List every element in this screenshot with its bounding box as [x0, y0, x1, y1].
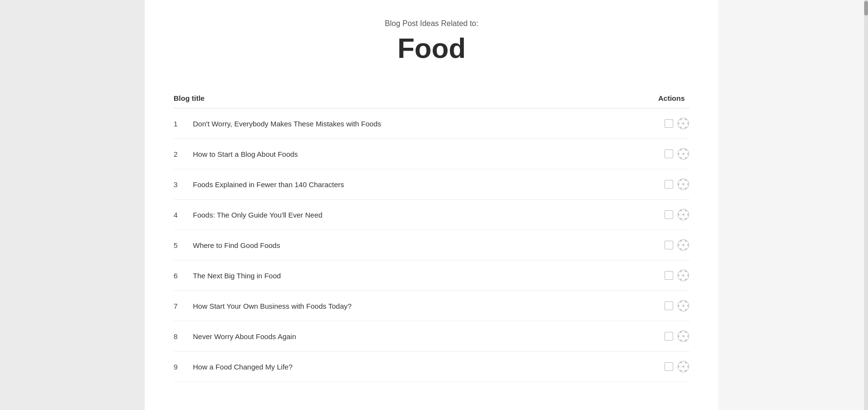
checkbox-icon[interactable]	[665, 271, 673, 280]
row-number: 4	[174, 211, 193, 219]
table-row: 2How to Start a Blog About Foods	[174, 139, 690, 169]
row-actions	[665, 148, 690, 160]
row-number: 9	[174, 363, 193, 371]
row-actions	[665, 269, 690, 282]
checkbox-icon[interactable]	[665, 301, 673, 310]
gear-icon[interactable]	[677, 360, 690, 373]
table-row: 9How a Food Changed My Life?	[174, 352, 690, 382]
row-number: 6	[174, 272, 193, 280]
page-title: Food	[174, 32, 690, 64]
checkbox-icon[interactable]	[665, 150, 673, 158]
gear-icon[interactable]	[677, 239, 690, 251]
row-actions	[665, 300, 690, 312]
row-title: The Next Big Thing in Food	[193, 272, 665, 280]
row-title: Never Worry About Foods Again	[193, 332, 665, 341]
row-actions	[665, 239, 690, 251]
row-number: 1	[174, 120, 193, 128]
table-row: 6The Next Big Thing in Food	[174, 260, 690, 291]
gear-icon[interactable]	[677, 208, 690, 221]
row-actions	[665, 208, 690, 221]
row-number: 2	[174, 150, 193, 158]
scrollbar[interactable]	[864, 0, 868, 410]
table-row: 3Foods Explained in Fewer than 140 Chara…	[174, 169, 690, 200]
checkbox-icon[interactable]	[665, 180, 673, 189]
row-title: How to Start a Blog About Foods	[193, 150, 665, 158]
row-title: How Start Your Own Business with Foods T…	[193, 302, 665, 310]
gear-icon[interactable]	[677, 148, 690, 160]
table-row: 1Don't Worry, Everybody Makes These Mist…	[174, 109, 690, 139]
table-header: Blog title Actions	[174, 88, 690, 109]
row-title: Foods Explained in Fewer than 140 Charac…	[193, 180, 665, 189]
checkbox-icon[interactable]	[665, 119, 673, 128]
row-title: How a Food Changed My Life?	[193, 363, 665, 371]
right-sidebar	[719, 0, 868, 410]
gear-icon[interactable]	[677, 300, 690, 312]
checkbox-icon[interactable]	[665, 362, 673, 371]
table-row: 8Never Worry About Foods Again	[174, 321, 690, 352]
row-number: 7	[174, 302, 193, 310]
gear-icon[interactable]	[677, 269, 690, 282]
checkbox-icon[interactable]	[665, 210, 673, 219]
checkbox-icon[interactable]	[665, 332, 673, 341]
row-number: 8	[174, 332, 193, 341]
gear-icon[interactable]	[677, 117, 690, 130]
row-actions	[665, 117, 690, 130]
row-title: Don't Worry, Everybody Makes These Mista…	[193, 120, 665, 128]
table-row: 7How Start Your Own Business with Foods …	[174, 291, 690, 321]
column-actions: Actions	[658, 94, 685, 102]
row-actions	[665, 360, 690, 373]
row-title: Where to Find Good Foods	[193, 241, 665, 249]
main-content: Blog Post Ideas Related to: Food Blog ti…	[145, 0, 719, 410]
scrollbar-thumb[interactable]	[864, 1, 868, 15]
page-subtitle: Blog Post Ideas Related to:	[174, 19, 690, 28]
gear-icon[interactable]	[677, 178, 690, 191]
rows-container: 1Don't Worry, Everybody Makes These Mist…	[174, 109, 690, 382]
gear-icon[interactable]	[677, 330, 690, 342]
table-row: 4Foods: The Only Guide You'll Ever Need	[174, 200, 690, 230]
row-number: 3	[174, 180, 193, 189]
column-blog-title: Blog title	[174, 94, 204, 102]
table-row: 5Where to Find Good Foods	[174, 230, 690, 260]
row-actions	[665, 178, 690, 191]
row-title: Foods: The Only Guide You'll Ever Need	[193, 211, 665, 219]
checkbox-icon[interactable]	[665, 241, 673, 249]
row-number: 5	[174, 241, 193, 249]
row-actions	[665, 330, 690, 342]
left-sidebar	[0, 0, 145, 410]
